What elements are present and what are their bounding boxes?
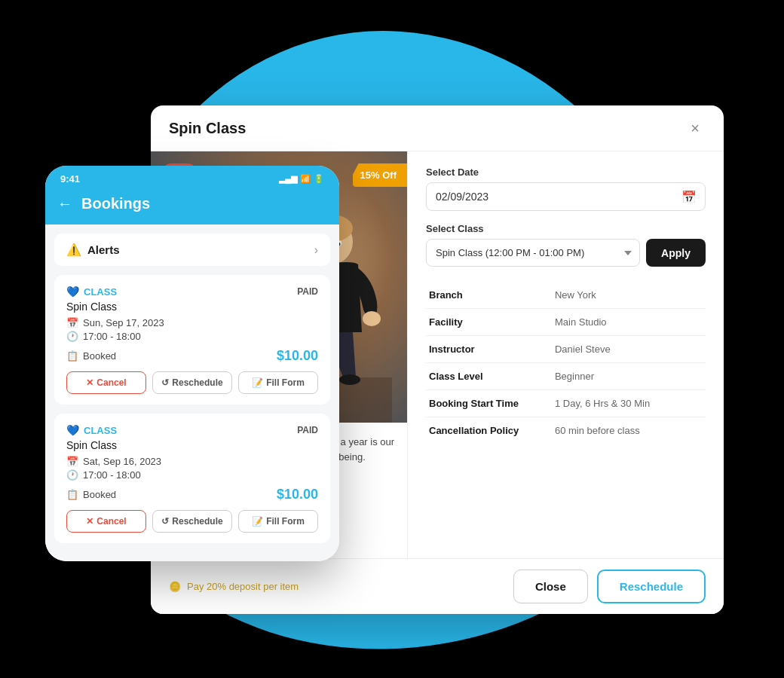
document-icon: 📋	[66, 489, 78, 500]
battery-icon: 🔋	[314, 174, 324, 184]
modal-title: Spin Class	[169, 120, 246, 137]
alert-triangle-icon: ⚠️	[66, 243, 81, 257]
info-label: Cancellation Policy	[426, 417, 552, 444]
footer-buttons: Close Reschedule	[513, 570, 706, 603]
scene: Spin Class × 👑 15% Off	[30, 30, 754, 648]
status-time: 9:41	[60, 173, 80, 185]
booking-card-header: 💙 CLASS PAID	[66, 424, 318, 436]
table-row: BranchNew York	[426, 282, 706, 309]
booking-name: Spin Class	[66, 439, 318, 451]
modal-footer: 🪙 Pay 20% deposit per item Close Resched…	[151, 558, 724, 614]
booking-actions: ✕ Cancel ↺ Reschedule 📝 Fill Form	[66, 510, 318, 533]
mobile-header: ← Bookings	[45, 189, 339, 224]
booking-date: 📅 Sun, Sep 17, 2023	[66, 317, 318, 328]
booking-name: Spin Class	[66, 301, 318, 313]
info-value: 60 min before class	[552, 417, 706, 444]
cancel-icon: ✕	[86, 516, 93, 527]
back-arrow-icon[interactable]: ←	[57, 195, 72, 212]
info-label: Booking Start Time	[426, 390, 552, 417]
class-select-row: Spin Class (12:00 PM - 01:00 PM) Apply	[426, 239, 706, 267]
booking-cards: 💙 CLASS PAID Spin Class 📅 Sun, Sep 17, 2…	[54, 275, 330, 543]
info-label: Branch	[426, 282, 552, 309]
mobile-content: ⚠️ Alerts › 💙 CLASS PAID Spin Class 📅 Su…	[45, 224, 339, 561]
heart-icon: 💙	[66, 286, 79, 298]
info-value: Beginner	[552, 363, 706, 390]
wifi-icon: 📶	[300, 174, 311, 184]
booking-card: 💙 CLASS PAID Spin Class 📅 Sun, Sep 17, 2…	[54, 275, 330, 405]
booking-time: 🕐 17:00 - 18:00	[66, 331, 318, 342]
reschedule-icon: ↺	[161, 516, 169, 527]
mobile-app: 9:41 ▂▄▆ 📶 🔋 ← Bookings ⚠️ Alerts ›	[45, 166, 339, 561]
paid-badge: PAID	[297, 286, 318, 297]
date-input-wrap: 📅	[426, 182, 706, 211]
close-modal-button[interactable]: Close	[513, 570, 588, 603]
booking-footer: 📋 Booked $10.00	[66, 348, 318, 364]
table-row: Class LevelBeginner	[426, 363, 706, 390]
select-class-label: Select Class	[426, 223, 706, 234]
clock-icon: 🕐	[66, 469, 78, 481]
alerts-label: Alerts	[87, 243, 120, 256]
class-label: 💙 CLASS	[66, 424, 117, 436]
reschedule-modal-button[interactable]: Reschedule	[597, 570, 706, 603]
table-row: Cancellation Policy60 min before class	[426, 417, 706, 444]
alerts-bar[interactable]: ⚠️ Alerts ›	[54, 234, 330, 266]
booking-price: $10.00	[277, 348, 318, 364]
booking-price: $10.00	[277, 487, 318, 502]
class-label: 💙 CLASS	[66, 286, 117, 298]
date-input[interactable]	[426, 182, 706, 211]
calendar-small-icon: 📅	[66, 456, 78, 467]
modal-form: Select Date 📅 Select Class Spin Class (1…	[407, 151, 724, 558]
table-row: Booking Start Time1 Day, 6 Hrs & 30 Min	[426, 390, 706, 417]
modal-header: Spin Class ×	[151, 105, 724, 151]
class-type: CLASS	[84, 286, 117, 298]
booking-time: 🕐 17:00 - 18:00	[66, 469, 318, 481]
svg-point-8	[339, 374, 360, 385]
fill-form-button[interactable]: 📝 Fill Form	[238, 371, 318, 394]
calendar-small-icon: 📅	[66, 317, 78, 328]
reschedule-button[interactable]: ↺ Reschedule	[152, 371, 232, 394]
table-row: FacilityMain Studio	[426, 309, 706, 336]
info-label: Instructor	[426, 336, 552, 363]
booking-footer: 📋 Booked $10.00	[66, 487, 318, 502]
apply-button[interactable]: Apply	[646, 239, 706, 267]
info-value: 1 Day, 6 Hrs & 30 Min	[552, 390, 706, 417]
document-icon: 📋	[66, 350, 78, 362]
booked-status: 📋 Booked	[66, 350, 116, 362]
booking-card-header: 💙 CLASS PAID	[66, 286, 318, 298]
table-row: InstructorDaniel Steve	[426, 336, 706, 363]
close-icon[interactable]: ×	[684, 118, 706, 139]
clock-icon: 🕐	[66, 331, 78, 342]
info-value: Main Studio	[552, 309, 706, 336]
class-select[interactable]: Spin Class (12:00 PM - 01:00 PM)	[426, 239, 640, 267]
fill-form-button[interactable]: 📝 Fill Form	[238, 510, 318, 533]
bookings-title: Bookings	[81, 195, 150, 212]
info-value: New York	[552, 282, 706, 309]
cancel-button[interactable]: ✕ Cancel	[66, 510, 146, 533]
calendar-icon: 📅	[681, 190, 697, 204]
status-icons: ▂▄▆ 📶 🔋	[279, 174, 324, 184]
chevron-right-icon: ›	[314, 243, 318, 257]
reschedule-icon: ↺	[161, 377, 169, 388]
svg-point-5	[363, 311, 381, 326]
deposit-note: 🪙 Pay 20% deposit per item	[169, 581, 299, 592]
status-bar: 9:41 ▂▄▆ 📶 🔋	[45, 166, 339, 189]
signal-bars-icon: ▂▄▆	[279, 174, 297, 184]
booking-actions: ✕ Cancel ↺ Reschedule 📝 Fill Form	[66, 371, 318, 394]
form-icon: 📝	[252, 377, 263, 388]
paid-badge: PAID	[297, 425, 318, 435]
class-type: CLASS	[84, 425, 117, 436]
booking-card: 💙 CLASS PAID Spin Class 📅 Sat, Sep 16, 2…	[54, 414, 330, 543]
select-date-label: Select Date	[426, 166, 706, 178]
info-value: Daniel Steve	[552, 336, 706, 363]
booked-status: 📋 Booked	[66, 489, 116, 500]
reschedule-button[interactable]: ↺ Reschedule	[152, 510, 232, 533]
cancel-button[interactable]: ✕ Cancel	[66, 371, 146, 394]
form-icon: 📝	[252, 516, 263, 527]
cancel-icon: ✕	[86, 377, 93, 388]
info-label: Class Level	[426, 363, 552, 390]
discount-badge: 15% Off	[353, 163, 407, 187]
info-table: BranchNew YorkFacilityMain StudioInstruc…	[426, 282, 706, 444]
coin-icon: 🪙	[169, 581, 181, 592]
booking-date: 📅 Sat, Sep 16, 2023	[66, 456, 318, 467]
heart-icon: 💙	[66, 424, 79, 436]
